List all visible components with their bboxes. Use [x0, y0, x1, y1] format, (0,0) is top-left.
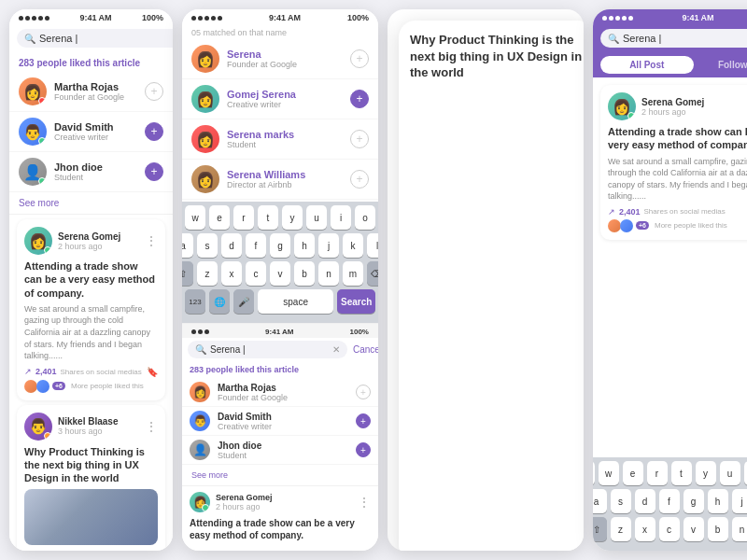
key-j[interactable]: j — [318, 233, 339, 258]
list-item[interactable]: 👩 Martha Rojas Founder at Google + — [9, 72, 173, 112]
add-2b-3[interactable]: + — [356, 442, 371, 457]
k3-j[interactable]: j — [732, 489, 748, 513]
key-w[interactable]: w — [185, 205, 205, 230]
search-input-2b[interactable] — [210, 344, 329, 355]
add-2b-1[interactable]: + — [356, 385, 371, 399]
list-item[interactable]: 👩 Serena marks Student + — [182, 119, 378, 160]
post-menu-1[interactable]: ⋮ — [145, 233, 158, 248]
k3-r[interactable]: r — [647, 461, 668, 485]
k3-i[interactable]: i — [744, 461, 748, 485]
k3-s[interactable]: s — [611, 489, 631, 513]
k3-y[interactable]: y — [696, 461, 716, 485]
list-item[interactable]: 👩 Martha Rojas Founder at Google + — [182, 378, 378, 407]
post-menu-2[interactable]: ⋮ — [145, 419, 158, 434]
post-title-2: Why Product Thinking is the next big thi… — [24, 445, 158, 485]
search-wrap-3[interactable]: 🔍 ✕ — [600, 29, 747, 48]
tab-followers[interactable]: Followers — [694, 56, 748, 74]
key-r[interactable]: r — [233, 205, 254, 230]
key-t[interactable]: t — [258, 205, 278, 230]
key-e[interactable]: e — [209, 205, 230, 230]
add-btn-r4[interactable]: + — [350, 170, 369, 189]
k3-a[interactable]: a — [593, 489, 607, 513]
k3-z[interactable]: z — [611, 517, 631, 541]
k3-x[interactable]: x — [635, 517, 655, 541]
search-key[interactable]: Search — [337, 289, 375, 314]
key-l[interactable]: l — [367, 233, 378, 258]
key-i[interactable]: i — [331, 205, 351, 230]
add-btn-r2[interactable]: + — [350, 90, 369, 108]
k3-n[interactable]: n — [732, 517, 748, 541]
see-more-2b[interactable]: See more — [182, 465, 378, 485]
add-btn-r3[interactable]: + — [350, 130, 369, 148]
user-role: Creative writer — [227, 100, 343, 109]
key-s[interactable]: s — [197, 233, 218, 258]
key-globe[interactable]: 🌐 — [209, 289, 230, 314]
clear-icon-1[interactable]: ✕ — [172, 34, 173, 44]
see-more-1[interactable]: See more — [9, 192, 173, 214]
list-item[interactable]: 👤 Jhon dioe Student + — [182, 436, 378, 465]
list-item[interactable]: 👩 Serena Williams Director at Airbnb + — [182, 160, 378, 200]
key-d[interactable]: d — [221, 233, 242, 258]
key-x[interactable]: x — [221, 261, 242, 286]
av-2b-2: 👨 — [190, 411, 210, 431]
k3-v[interactable]: v — [684, 517, 704, 541]
ur-2b-1: Founder at Google — [218, 393, 348, 402]
search-input-wrap-1[interactable]: 🔍 ✕ — [17, 29, 173, 48]
key-n[interactable]: n — [318, 261, 339, 286]
key-123[interactable]: 123 — [185, 289, 205, 314]
k3-u[interactable]: u — [720, 461, 740, 485]
list-item[interactable]: 👨 David Smith Creative writer + — [9, 112, 173, 152]
k3-g[interactable]: g — [684, 489, 704, 513]
key-o[interactable]: o — [355, 205, 375, 230]
list-item[interactable]: 👨 David Smith Creative writer + — [182, 407, 378, 436]
add-button-martha[interactable]: + — [145, 82, 163, 101]
k3-e[interactable]: e — [623, 461, 643, 485]
key-c[interactable]: c — [246, 261, 266, 286]
cancel-btn-2b[interactable]: Cancel — [353, 344, 378, 355]
k3-b[interactable]: b — [708, 517, 728, 541]
list-item[interactable]: 👤 Jhon dioe Student + — [9, 152, 173, 192]
key-u[interactable]: u — [306, 205, 327, 230]
time-2b: 9:41 AM — [265, 328, 293, 336]
k3-w[interactable]: w — [599, 461, 619, 485]
clear-2b[interactable]: ✕ — [332, 344, 340, 355]
add-2b-2[interactable]: + — [356, 413, 371, 428]
bookmark-icon-1[interactable]: 🔖 — [147, 367, 158, 377]
key-a[interactable]: a — [182, 233, 193, 258]
k3-c[interactable]: c — [659, 517, 680, 541]
search-wrap-2b[interactable]: 🔍 ✕ — [188, 341, 347, 358]
k3-h[interactable]: h — [708, 489, 728, 513]
list-item[interactable]: 👩 Gomej Serena Creative writer + — [182, 79, 378, 119]
list-item[interactable]: 👩 Serena Founder at Google + — [182, 39, 378, 79]
keyboard-row-1: q w e r t y u i o p — [185, 205, 375, 230]
key-b[interactable]: b — [294, 261, 315, 286]
key-z[interactable]: z — [197, 261, 218, 286]
search-icon-1: 🔍 — [24, 34, 35, 44]
add-btn-r1[interactable]: + — [350, 49, 369, 68]
key-mic[interactable]: 🎤 — [233, 289, 254, 314]
k3-shift[interactable]: ⇧ — [593, 517, 607, 541]
tab-all-post[interactable]: All Post — [600, 56, 694, 74]
key-h[interactable]: h — [294, 233, 315, 258]
search-input-3[interactable] — [623, 33, 747, 44]
key-v[interactable]: v — [270, 261, 290, 286]
key-y[interactable]: y — [282, 205, 303, 230]
key-space[interactable]: space — [258, 289, 333, 314]
key-m[interactable]: m — [343, 261, 363, 286]
search-input-1[interactable] — [39, 33, 168, 44]
k3-q[interactable]: q — [593, 461, 595, 485]
ui-2b-1: Martha Rojas Founder at Google — [218, 383, 348, 402]
add-button-david[interactable]: + — [145, 122, 163, 141]
pm-2b[interactable]: ⋮ — [358, 495, 371, 510]
k3-f[interactable]: f — [659, 489, 680, 513]
k3-t[interactable]: t — [671, 461, 692, 485]
add-button-jhon[interactable]: + — [145, 162, 163, 181]
key-f[interactable]: f — [246, 233, 266, 258]
author-name-2: Nikkel Blaase — [58, 416, 139, 427]
key-g[interactable]: g — [270, 233, 290, 258]
key-shift[interactable]: ⇧ — [182, 261, 193, 286]
k3-d[interactable]: d — [635, 489, 655, 513]
share-icon-1: ↗ — [24, 367, 32, 376]
key-k[interactable]: k — [343, 233, 363, 258]
key-backspace[interactable]: ⌫ — [367, 261, 378, 286]
